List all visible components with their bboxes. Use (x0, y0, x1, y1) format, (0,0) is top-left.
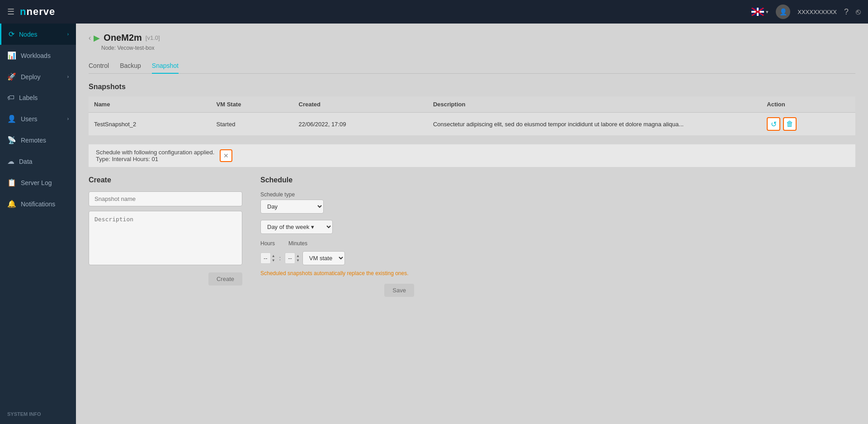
vm-state-select[interactable]: VM state Running Stopped Paused (302, 251, 345, 265)
minutes-input-group: -- ▲ ▼ (285, 252, 300, 264)
data-icon: ☁ (7, 157, 14, 166)
tab-control[interactable]: Control (89, 58, 109, 74)
time-input-row: -- ▲ ▼ : -- ▲ ▼ (260, 251, 414, 265)
snapshot-description: Consectetur adipiscing elit, sed do eius… (428, 113, 761, 136)
schedule-panel-title: Schedule (260, 176, 414, 184)
tab-backup[interactable]: Backup (120, 58, 141, 74)
create-panel: Create Create (89, 176, 242, 297)
sidebar-item-label-notifications: Notifications (21, 200, 55, 208)
snapshot-created: 22/06/2022, 17:09 (293, 113, 428, 136)
col-description: Description (428, 96, 761, 113)
back-button[interactable]: ‹ (89, 34, 91, 42)
chevron-right-icon: › (67, 32, 69, 37)
table-row: TestSnapshot_2 Started 22/06/2022, 17:09… (89, 113, 855, 136)
create-panel-title: Create (89, 176, 242, 184)
schedule-type-select[interactable]: Day Interval Week (260, 200, 324, 214)
hours-label: Hours (260, 240, 275, 247)
system-info[interactable]: SYSTEM INFO (0, 404, 76, 424)
deploy-icon: 🚀 (7, 72, 16, 81)
chevron-down-icon: ▾ (766, 9, 769, 15)
sidebar-item-remotes[interactable]: 📡 Remotes (0, 129, 76, 151)
time-row: Hours Minutes (260, 240, 414, 247)
language-selector[interactable]: ▾ (751, 8, 769, 16)
hours-down-arrow[interactable]: ▼ (272, 258, 275, 263)
time-colon: : (278, 255, 283, 262)
workload-status-icon: ▶ (94, 33, 100, 43)
notifications-icon: 🔔 (7, 200, 16, 208)
title-row: ‹ ▶ OneM2m [v1.0] (89, 33, 855, 43)
sidebar-item-label-users: Users (21, 115, 38, 123)
snapshots-table-container: Name VM State Created Description Action… (89, 96, 855, 135)
snapshots-table: Name VM State Created Description Action… (89, 96, 855, 135)
logo: nnerve (20, 6, 55, 18)
sidebar-item-labels[interactable]: 🏷 Labels (0, 87, 76, 108)
snapshot-name: TestSnapshot_2 (89, 113, 211, 136)
sidebar-item-label-workloads: Workloads (21, 52, 51, 59)
schedule-type-label: Schedule type (260, 191, 414, 198)
schedule-info-text: Schedule with following configuration ap… (96, 149, 214, 162)
logout-icon[interactable]: ⎋ (856, 7, 861, 17)
snapshot-vmstate: Started (211, 113, 293, 136)
minutes-down-arrow[interactable]: ▼ (296, 258, 300, 263)
workload-version: [v1.0] (146, 34, 160, 41)
node-label: Node: Vecow-test-box (101, 45, 855, 51)
schedule-close-button[interactable]: ✕ (220, 149, 232, 162)
hours-input-group: -- ▲ ▼ (260, 252, 275, 264)
sidebar-item-label-labels: Labels (19, 94, 38, 101)
sidebar-item-nodes[interactable]: ⟳ Nodes › (0, 24, 76, 45)
sidebar-item-notifications[interactable]: 🔔 Notifications (0, 193, 76, 214)
topbar-left: ☰ nnerve (7, 6, 55, 18)
sidebar-item-label-deploy: Deploy (21, 73, 41, 81)
delete-button[interactable]: 🗑 (783, 117, 797, 131)
tab-snapshot[interactable]: Snapshot (152, 58, 179, 74)
minutes-up-arrow[interactable]: ▲ (296, 254, 300, 258)
save-button[interactable]: Save (384, 284, 414, 297)
sidebar-item-serverlog[interactable]: 📋 Server Log (0, 172, 76, 193)
sidebar: ⟳ Nodes › 📊 Workloads 🚀 Deploy › 🏷 Label… (0, 24, 76, 424)
snapshot-name-input[interactable] (89, 191, 242, 206)
help-icon[interactable]: ? (844, 7, 849, 17)
sidebar-item-data[interactable]: ☁ Data (0, 151, 76, 172)
snapshots-section-title: Snapshots (89, 83, 855, 91)
workload-title: OneM2m (104, 33, 142, 43)
col-name: Name (89, 96, 211, 113)
chevron-right-icon-users: › (67, 116, 69, 121)
users-icon: 👤 (7, 114, 16, 123)
hours-spinner[interactable]: ▲ ▼ (272, 254, 275, 262)
schedule-warning-text: Scheduled snapshots automatically replac… (260, 270, 414, 277)
content-area: ‹ ▶ OneM2m [v1.0] Node: Vecow-test-box C… (76, 24, 868, 424)
menu-icon[interactable]: ☰ (7, 7, 14, 17)
main-layout: ⟳ Nodes › 📊 Workloads 🚀 Deploy › 🏷 Label… (0, 24, 868, 424)
minutes-spinner[interactable]: ▲ ▼ (296, 254, 300, 262)
hours-display: -- (260, 252, 271, 264)
bottom-panels: Create Create Schedule Schedule type Day… (89, 176, 855, 297)
sidebar-item-label-data: Data (19, 158, 33, 165)
restore-button[interactable]: ↺ (767, 117, 780, 131)
snapshot-description-input[interactable] (89, 211, 242, 265)
minutes-display: -- (285, 252, 295, 264)
schedule-panel: Schedule Schedule type Day Interval Week… (260, 176, 414, 297)
hours-up-arrow[interactable]: ▲ (272, 254, 275, 258)
chevron-right-icon-deploy: › (67, 74, 69, 79)
col-action: Action (761, 96, 855, 113)
sidebar-item-users[interactable]: 👤 Users › (0, 108, 76, 129)
workloads-icon: 📊 (7, 51, 16, 60)
sidebar-item-label-remotes: Remotes (21, 137, 46, 144)
sidebar-item-deploy[interactable]: 🚀 Deploy › (0, 66, 76, 87)
remotes-icon: 📡 (7, 136, 16, 144)
schedule-info-box: Schedule with following configuration ap… (89, 144, 855, 167)
nodes-icon: ⟳ (9, 30, 14, 38)
sidebar-item-workloads[interactable]: 📊 Workloads (0, 45, 76, 66)
serverlog-icon: 📋 (7, 178, 16, 187)
avatar: 👤 (776, 5, 790, 19)
minutes-label: Minutes (288, 240, 307, 247)
col-vmstate: VM State (211, 96, 293, 113)
create-button[interactable]: Create (208, 272, 242, 286)
topbar: ☰ nnerve ▾ 👤 XXXXXXXXXX ? ⎋ (0, 0, 868, 24)
day-of-week-select[interactable]: Day of the week ▾ Monday Tuesday Wednesd… (260, 220, 333, 234)
col-created: Created (293, 96, 428, 113)
sidebar-item-label-nodes: Nodes (19, 31, 37, 38)
topbar-right: ▾ 👤 XXXXXXXXXX ? ⎋ (751, 5, 861, 19)
sidebar-item-label-serverlog: Server Log (21, 179, 52, 186)
tabs: Control Backup Snapshot (89, 58, 855, 74)
